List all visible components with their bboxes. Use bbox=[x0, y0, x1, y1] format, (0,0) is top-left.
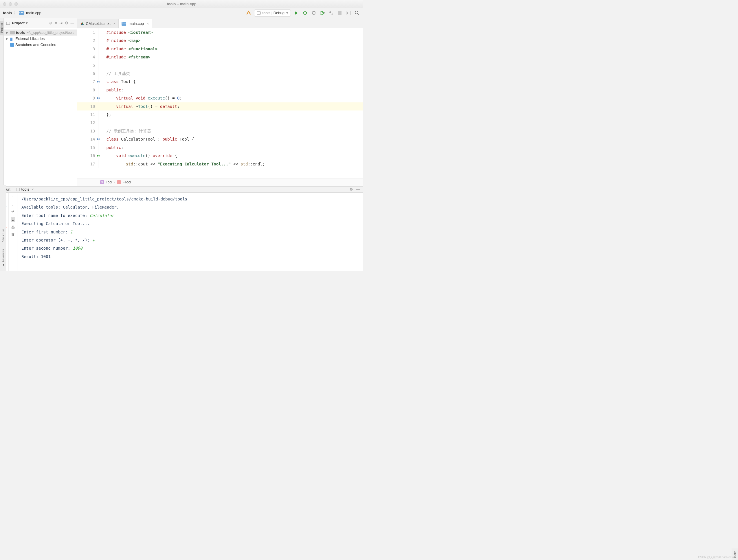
structure-tool-tab[interactable]: .. Structure bbox=[1, 226, 5, 247]
run-header: Run: tools × ⚙ — bbox=[0, 186, 363, 193]
zoom-icon[interactable] bbox=[14, 2, 18, 6]
close-icon[interactable]: × bbox=[147, 21, 149, 26]
titlebar: tools – main.cpp bbox=[0, 0, 363, 8]
close-icon[interactable]: × bbox=[32, 187, 34, 191]
hide-icon[interactable]: — bbox=[356, 187, 360, 191]
hide-icon[interactable]: — bbox=[71, 21, 74, 25]
scratch-icon bbox=[10, 43, 14, 47]
cpp-file-icon bbox=[121, 22, 126, 26]
chevron-right-icon[interactable]: ▶ bbox=[6, 37, 9, 40]
svg-line-3 bbox=[303, 12, 304, 13]
tree-external-libs[interactable]: ▶ External Libraries bbox=[4, 36, 77, 42]
left-bottom-rail: ★ Favorites .. Structure bbox=[0, 185, 6, 271]
run-body: 🔧 ■ ⧉ 📌 ↑ ↓ ↵ ⤓ 🖶 🗑 /Users/backli/c_cpp/… bbox=[0, 193, 363, 271]
close-icon[interactable]: × bbox=[113, 21, 116, 26]
gear-icon[interactable]: ⚙ bbox=[350, 187, 353, 191]
print-icon[interactable]: 🖶 bbox=[11, 225, 15, 229]
editor-breadcrumb[interactable]: S Tool › f ~Tool bbox=[77, 178, 364, 186]
gear-icon[interactable]: ⚙ bbox=[65, 21, 68, 25]
project-panel: Project ▾ ⊕ ≡ ⇥ ⚙ — ▶ tools ~/c_cpp/cpp_… bbox=[4, 18, 77, 186]
console-output[interactable]: /Users/backli/c_cpp/cpp_little_project/t… bbox=[17, 193, 363, 271]
run-config-selector[interactable]: tools | Debug ▾ bbox=[254, 10, 291, 16]
scroll-end-icon[interactable]: ⤓ bbox=[11, 217, 15, 222]
svg-point-8 bbox=[355, 11, 358, 14]
build-icon[interactable] bbox=[246, 10, 252, 16]
svg-rect-10 bbox=[6, 22, 10, 25]
library-icon bbox=[10, 37, 14, 41]
tab-cmakelists[interactable]: CMakeLists.txt × bbox=[77, 19, 119, 28]
code-editor[interactable]: ✔ 1234567●↓89●↓1011121314●↑1516●↑17 #inc… bbox=[77, 28, 364, 178]
breadcrumb-root[interactable]: tools bbox=[3, 11, 12, 15]
chevron-down-icon: ▾ bbox=[26, 21, 28, 25]
tab-maincpp[interactable]: main.cpp × bbox=[118, 19, 152, 28]
main-toolbar: tools | Debug ▾ ▾ bbox=[246, 10, 360, 16]
svg-rect-11 bbox=[16, 188, 20, 191]
run-anything-icon[interactable] bbox=[345, 10, 352, 16]
breadcrumb-file[interactable]: main.cpp bbox=[26, 11, 41, 15]
profile-button[interactable]: ▾ bbox=[319, 10, 326, 16]
close-icon[interactable] bbox=[3, 2, 6, 6]
favorites-tool-tab[interactable]: ★ Favorites bbox=[1, 247, 5, 269]
chevron-down-icon: ▾ bbox=[286, 11, 288, 15]
collapse-icon[interactable]: ⇥ bbox=[59, 21, 62, 25]
project-panel-header: Project ▾ ⊕ ≡ ⇥ ⚙ — bbox=[4, 18, 77, 28]
run-config-label: tools | Debug bbox=[263, 11, 285, 15]
code-lines[interactable]: #include <iostream>#include <map>#includ… bbox=[98, 28, 364, 168]
svg-rect-6 bbox=[338, 11, 342, 15]
run-button[interactable] bbox=[293, 10, 300, 16]
svg-rect-7 bbox=[346, 11, 351, 15]
folder-icon bbox=[10, 31, 15, 34]
up-icon[interactable]: ↑ bbox=[12, 195, 14, 199]
down-icon[interactable]: ↓ bbox=[12, 202, 14, 206]
svg-line-4 bbox=[306, 12, 307, 13]
run-toolbar-secondary: ↑ ↓ ↵ ⤓ 🖶 🗑 bbox=[9, 193, 17, 271]
navigation-bar: tools 〉 main.cpp tools | Debug ▾ ▾ bbox=[0, 8, 363, 18]
locate-icon[interactable]: ⊕ bbox=[49, 21, 52, 25]
run-tab-tools[interactable]: tools × bbox=[14, 186, 35, 192]
chevron-right-icon[interactable]: ▶ bbox=[6, 31, 9, 34]
main-area: Project Project ▾ ⊕ ≡ ⇥ ⚙ — ▶ tools ~/c_… bbox=[0, 18, 363, 186]
debug-button[interactable] bbox=[302, 10, 308, 16]
minimize-icon[interactable] bbox=[9, 2, 12, 6]
run-tab-icon bbox=[16, 188, 20, 191]
chevron-right-icon: 〉 bbox=[14, 10, 17, 16]
svg-point-1 bbox=[304, 12, 307, 14]
project-toolbar: ⊕ ≡ ⇥ ⚙ — bbox=[49, 21, 74, 25]
editor: CMakeLists.txt × main.cpp × ✔ 1234567●↓8… bbox=[77, 18, 364, 186]
search-icon[interactable] bbox=[354, 10, 360, 16]
window-title: tools – main.cpp bbox=[167, 2, 197, 6]
project-tool-tab[interactable]: Project bbox=[0, 21, 3, 35]
expand-icon[interactable]: ≡ bbox=[55, 21, 57, 25]
gutter[interactable]: 1234567●↓89●↓1011121314●↑1516●↑17 bbox=[77, 28, 98, 168]
svg-line-9 bbox=[358, 14, 359, 15]
struct-icon: S bbox=[100, 180, 104, 184]
coverage-button[interactable] bbox=[311, 10, 317, 16]
window-controls[interactable] bbox=[3, 2, 18, 6]
run-config-icon bbox=[257, 11, 261, 15]
project-path: ~/c_cpp/cpp_little_project/tools bbox=[27, 31, 74, 35]
cmake-icon bbox=[80, 22, 84, 26]
breadcrumb[interactable]: tools 〉 main.cpp bbox=[3, 10, 41, 16]
project-view-selector[interactable]: Project ▾ bbox=[12, 21, 28, 25]
attach-button[interactable] bbox=[328, 10, 334, 16]
function-icon: f bbox=[117, 180, 121, 184]
tree-root[interactable]: ▶ tools ~/c_cpp/cpp_little_project/tools bbox=[4, 29, 77, 36]
project-view-icon bbox=[6, 21, 10, 25]
svg-rect-0 bbox=[257, 12, 261, 14]
cpp-file-icon bbox=[19, 11, 24, 15]
soft-wrap-icon[interactable]: ↵ bbox=[11, 209, 14, 214]
left-tool-rail: Project bbox=[0, 18, 4, 186]
editor-tabs: CMakeLists.txt × main.cpp × bbox=[77, 18, 364, 28]
run-tool-window: Run: tools × ⚙ — 🔧 ■ ⧉ 📌 ↑ ↓ ↵ ⤓ 🖶 🗑 /Us… bbox=[0, 186, 363, 271]
tree-scratches[interactable]: Scratches and Consoles bbox=[4, 42, 77, 48]
chevron-right-icon: › bbox=[114, 180, 115, 184]
project-name: tools bbox=[16, 30, 25, 35]
stop-button[interactable] bbox=[337, 10, 343, 16]
trash-icon[interactable]: 🗑 bbox=[11, 232, 15, 236]
project-tree[interactable]: ▶ tools ~/c_cpp/cpp_little_project/tools… bbox=[4, 28, 77, 49]
